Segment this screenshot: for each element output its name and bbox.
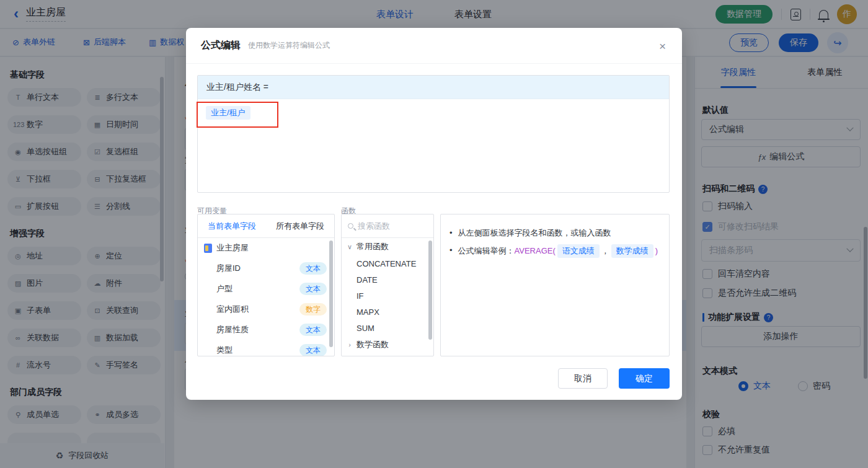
variable-name: 类型: [216, 345, 232, 356]
tab-current-form-fields[interactable]: 当前表单字段: [198, 214, 266, 237]
modal-footer: 取消 确定: [558, 368, 670, 389]
formula-editor-modal: 公式编辑 使用数学运算符编辑公式 × 业主/租户姓名 = 业主/租户 可用变量 …: [186, 28, 682, 400]
modal-subtitle: 使用数学运算符编辑公式: [248, 40, 330, 51]
function-group-text[interactable]: › 文本函数: [342, 353, 433, 356]
modal-header: 公式编辑 使用数学运算符编辑公式 ×: [186, 28, 682, 64]
caret-down-icon: ∨: [347, 243, 353, 251]
tips-box: • 从左侧面板选择字段名和函数，或输入函数 • 公式编辑举例：AVERAGE(语…: [440, 214, 670, 356]
variables-list: 业主房屋 房屋ID 文本 户型 文本 室内面积 数字: [198, 238, 334, 356]
function-item[interactable]: CONCATENATE: [342, 255, 433, 272]
function-search-input[interactable]: [358, 221, 420, 231]
caret-right-icon: ›: [347, 341, 353, 348]
variable-type-badge: 文本: [299, 283, 327, 295]
variable-type-badge: 文本: [299, 262, 327, 275]
variables-box: 当前表单字段 所有表单字段 业主房屋 房屋ID 文本 户型 文本: [197, 214, 335, 356]
variable-name: 户型: [216, 283, 232, 294]
functions-scrollbar-thumb[interactable]: [428, 241, 432, 340]
cancel-button[interactable]: 取消: [558, 368, 608, 389]
example-chip-chinese: 语文成绩: [557, 244, 600, 258]
close-icon[interactable]: ×: [659, 40, 666, 52]
bullet-icon: •: [450, 227, 453, 239]
variable-type-badge: 文本: [299, 344, 327, 356]
functions-box: ∨ 常用函数 CONCATENATE DATE IF MAPX SUM › 数学…: [341, 214, 434, 356]
function-item[interactable]: MAPX: [342, 304, 433, 320]
formula-box: 业主/租户姓名 = 业主/租户: [197, 75, 670, 193]
variable-name: 室内面积: [216, 304, 249, 315]
variables-tabs: 当前表单字段 所有表单字段: [198, 214, 334, 238]
modal-title: 公式编辑: [201, 39, 241, 52]
variable-row[interactable]: 室内面积 数字: [198, 299, 334, 319]
variable-name: 房屋性质: [216, 324, 249, 335]
app-window: ‹ 业主房屋 表单设计 表单设置 数据管理 作 ⊘ 表单外链 ⊠ 后端脚本 ▥ …: [0, 0, 868, 468]
form-doc-icon: [204, 244, 212, 253]
function-item[interactable]: DATE: [342, 272, 433, 288]
search-icon: [348, 223, 353, 229]
formula-editor-area[interactable]: 业主/租户: [198, 99, 669, 192]
function-group-common[interactable]: ∨ 常用函数: [342, 238, 433, 255]
example-function-name: AVERAGE(: [515, 246, 556, 255]
tab-all-form-fields[interactable]: 所有表单字段: [266, 214, 334, 237]
variable-type-badge: 数字: [299, 303, 327, 316]
bullet-icon: •: [450, 244, 453, 258]
variable-name: 房屋ID: [216, 263, 241, 274]
variables-form-node[interactable]: 业主房屋: [198, 238, 334, 258]
tip-line: • 从左侧面板选择字段名和函数，或输入函数: [450, 227, 660, 239]
tips-content: • 从左侧面板选择字段名和函数，或输入函数 • 公式编辑举例：AVERAGE(语…: [441, 214, 669, 265]
function-group-math[interactable]: › 数学函数: [342, 336, 433, 353]
formula-target: 业主/租户姓名 =: [198, 76, 669, 99]
variables-scrollbar-thumb[interactable]: [329, 241, 333, 347]
variable-row[interactable]: 类型 文本: [198, 340, 334, 356]
variable-row[interactable]: 房屋ID 文本: [198, 258, 334, 278]
variable-row[interactable]: 房屋性质 文本: [198, 319, 334, 340]
function-item[interactable]: SUM: [342, 320, 433, 336]
confirm-button[interactable]: 确定: [619, 368, 670, 389]
variable-type-badge: 文本: [299, 324, 327, 336]
tip-example-line: • 公式编辑举例：AVERAGE(语文成绩，数学成绩): [450, 244, 660, 258]
function-item[interactable]: IF: [342, 288, 433, 304]
function-search: [342, 214, 433, 238]
formula-field-chip[interactable]: 业主/租户: [206, 106, 250, 120]
variable-row[interactable]: 户型 文本: [198, 278, 334, 299]
example-chip-math: 数学成绩: [611, 244, 653, 258]
